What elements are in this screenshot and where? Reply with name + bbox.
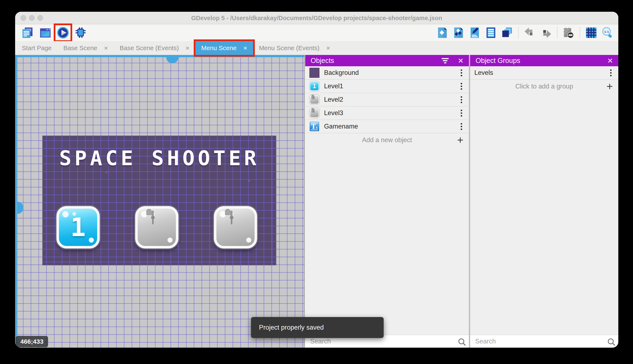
row-menu-icon[interactable] <box>458 108 465 118</box>
layers-icon[interactable] <box>501 26 513 39</box>
scene-title-text-object[interactable]: SPACE SHOOTER <box>43 146 276 170</box>
save-toast: Project properly saved <box>251 317 384 338</box>
window-title: GDevelop 5 - /Users/dkarakay/Documents/G… <box>15 12 618 24</box>
toolbar-separator <box>580 27 580 38</box>
add-new-object-row[interactable]: Add a new object + <box>305 133 469 147</box>
tab-close-icon[interactable]: × <box>326 45 330 51</box>
toolbar-separator <box>518 27 519 38</box>
debug-icon[interactable] <box>74 26 87 39</box>
background-thumbnail <box>309 68 320 78</box>
object-row-background[interactable]: Background <box>305 66 469 80</box>
toolbar-separator <box>557 27 557 38</box>
horizontal-scrollbar-knob[interactable] <box>166 57 178 63</box>
tab-close-icon[interactable]: × <box>243 45 247 51</box>
row-menu-icon[interactable] <box>458 81 465 92</box>
add-object-icon[interactable] <box>436 26 449 39</box>
tab-base-scene[interactable]: Base Scene × <box>58 41 114 55</box>
groups-panel-empty-space <box>470 93 618 335</box>
cursor-coordinates-badge: 466;433 <box>16 336 48 347</box>
object-row-level1[interactable]: 1 Level1 <box>305 80 469 93</box>
object-groups-panel-title: Object Groups <box>476 56 607 64</box>
main-content: SPACE SHOOTER 1 <box>15 55 618 348</box>
tab-start-page[interactable]: Start Page <box>16 41 58 55</box>
level1-number: 1 <box>70 212 86 242</box>
object-row-level3[interactable]: Level3 <box>305 106 469 120</box>
search-icon <box>458 338 464 344</box>
tab-menu-scene[interactable]: Menu Scene × <box>195 41 253 55</box>
lock-icon <box>225 212 246 243</box>
objects-panel-title: Objects <box>311 56 442 64</box>
instances-list-icon[interactable] <box>485 26 497 39</box>
redo-icon[interactable] <box>540 26 552 39</box>
search-icon <box>608 338 614 344</box>
row-menu-icon[interactable] <box>607 68 614 78</box>
zoom-one-to-one-icon[interactable]: 1:1 <box>601 26 614 39</box>
tab-label: Base Scene <box>63 44 97 52</box>
main-toolbar: 1:1 <box>15 24 618 41</box>
editor-tab-bar: Start Page Base Scene × Base Scene (Even… <box>15 41 618 55</box>
play-preview-icon[interactable] <box>57 26 69 39</box>
undo-icon[interactable] <box>523 26 536 39</box>
row-menu-icon[interactable] <box>458 122 465 132</box>
object-row-level2[interactable]: Level2 <box>305 93 469 106</box>
tab-close-icon[interactable]: × <box>186 45 189 51</box>
scene-editor-canvas[interactable]: SPACE SHOOTER 1 <box>15 55 305 348</box>
plus-icon[interactable]: + <box>457 133 463 147</box>
tab-label: Base Scene (Events) <box>120 44 179 52</box>
svg-text:1:1: 1:1 <box>604 30 609 33</box>
screen: GDevelop 5 - /Users/dkarakay/Documents/G… <box>0 0 633 364</box>
tab-label: Menu Scene (Events) <box>259 44 320 52</box>
game-scene-window: SPACE SHOOTER 1 <box>43 136 276 265</box>
objects-panel: Objects × Background 1 Level1 <box>305 55 469 348</box>
group-row-levels[interactable]: Levels <box>470 66 618 80</box>
level3-button-object[interactable] <box>214 206 257 248</box>
tab-label: Menu Scene <box>201 44 236 52</box>
lock-icon <box>146 212 167 243</box>
level2-button-object[interactable] <box>135 206 178 248</box>
horizontal-scrollbar[interactable] <box>15 55 304 57</box>
toolbar-right-group: 1:1 <box>436 24 614 41</box>
gdevelop-window: GDevelop 5 - /Users/dkarakay/Documents/G… <box>15 12 618 348</box>
object-groups-panel: Object Groups × Levels Click to add a gr… <box>470 55 618 348</box>
add-group-row[interactable]: Click to add a group + <box>470 80 618 93</box>
object-groups-icon[interactable] <box>452 26 465 39</box>
level1-button-object[interactable]: 1 <box>57 206 100 248</box>
start-page-icon[interactable] <box>39 26 52 39</box>
gamename-thumbnail: Tx <box>309 122 320 132</box>
objects-panel-empty-space <box>305 147 469 335</box>
tab-close-icon[interactable]: × <box>104 45 108 51</box>
object-row-gamename[interactable]: Tx Gamename <box>305 120 469 133</box>
tab-base-scene-events[interactable]: Base Scene (Events) × <box>114 41 195 55</box>
vertical-scrollbar[interactable] <box>15 55 18 348</box>
row-menu-icon[interactable] <box>458 94 465 105</box>
vertical-scrollbar-knob[interactable] <box>18 202 24 214</box>
level2-thumbnail <box>309 94 320 105</box>
toolbar-left-group <box>22 24 87 41</box>
objects-search-input[interactable] <box>310 337 455 345</box>
objects-panel-header: Objects × <box>305 55 469 66</box>
object-groups-panel-header: Object Groups × <box>470 55 618 66</box>
filter-icon[interactable] <box>442 58 449 63</box>
properties-icon[interactable] <box>468 26 481 39</box>
mask-icon[interactable] <box>562 26 575 39</box>
tab-label: Start Page <box>22 44 52 52</box>
close-icon[interactable]: × <box>607 56 613 65</box>
plus-icon[interactable]: + <box>606 80 613 93</box>
groups-search-input[interactable] <box>475 337 605 345</box>
row-menu-icon[interactable] <box>458 68 465 78</box>
project-manager-icon[interactable] <box>22 26 34 39</box>
level3-thumbnail <box>309 108 320 118</box>
level1-thumbnail: 1 <box>309 81 320 91</box>
tab-menu-scene-events[interactable]: Menu Scene (Events) × <box>253 41 336 55</box>
groups-search-bar <box>470 335 618 348</box>
grid-icon[interactable] <box>585 26 597 39</box>
title-bar: GDevelop 5 - /Users/dkarakay/Documents/G… <box>15 12 618 24</box>
close-icon[interactable]: × <box>458 56 463 65</box>
